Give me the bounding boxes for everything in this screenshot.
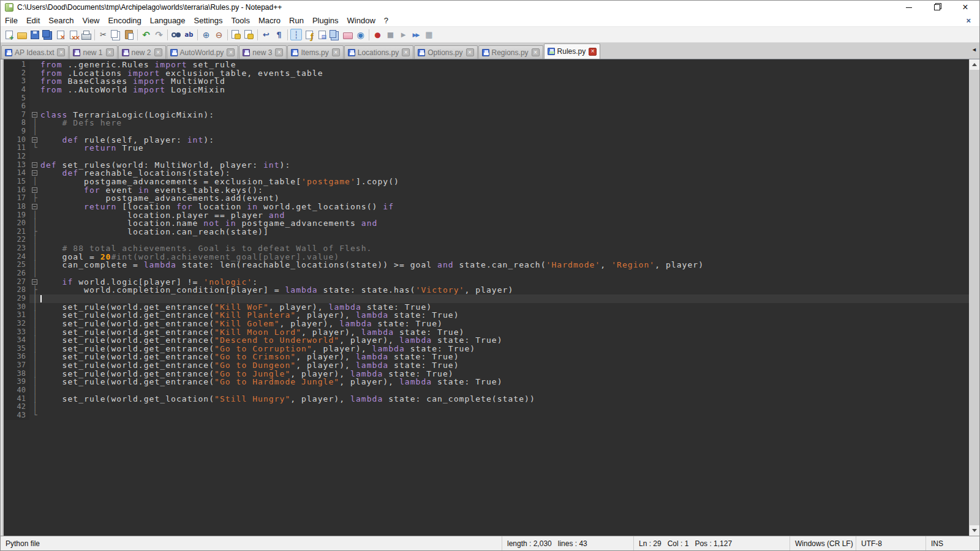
zoom-out-icon[interactable] [213,29,225,40]
tab-new-2[interactable]: new 2× [118,45,166,59]
menu-edit[interactable]: Edit [22,15,44,26]
fold-collapse-icon[interactable]: − [32,137,37,143]
zoom-in-icon[interactable] [200,29,212,40]
undo-icon[interactable] [140,29,152,40]
fold-collapse-icon[interactable]: − [32,279,37,285]
open-file-icon[interactable] [16,29,28,40]
scroll-down-icon[interactable] [970,525,980,536]
fold-guide-line: │ [29,336,40,345]
menu-macro[interactable]: Macro [254,15,285,26]
tab-close-icon[interactable]: × [57,48,65,56]
paste-icon[interactable] [123,29,135,40]
code-line: 23│ # 88 total achievements. Goal is to … [4,244,969,253]
macro-stop-icon[interactable] [385,29,396,40]
close-icon[interactable] [55,29,66,40]
status-insert-mode[interactable]: INS [925,536,979,550]
close-button[interactable] [951,1,979,14]
code-line: 15│ postgame_advancements = exclusion_ta… [4,178,969,186]
tab-options-py[interactable]: Options.py× [414,45,477,59]
fold-margin [29,94,40,103]
tab-close-icon[interactable]: × [589,48,597,56]
macro-record-icon[interactable] [372,29,383,40]
tab-new-1[interactable]: new 1× [69,45,117,59]
tab-close-icon[interactable]: × [402,48,410,56]
tab-autoworld-py[interactable]: AutoWorld.py× [167,45,239,59]
fold-collapse-icon[interactable]: − [32,170,37,176]
replace-icon[interactable] [183,29,195,40]
tab-close-icon[interactable]: × [227,48,235,56]
word-wrap-icon[interactable] [260,29,272,40]
code-line: 13−def set_rules(world: MultiWorld, play… [4,161,969,170]
tab-ap-ideas-txt[interactable]: AP Ideas.txt× [1,45,69,59]
macro-run-multiple-icon[interactable] [410,29,422,40]
menu-tools[interactable]: Tools [227,15,254,26]
redo-icon[interactable] [153,29,165,40]
tab-new-3[interactable]: new 3× [239,45,287,59]
menu-window[interactable]: Window [343,15,380,26]
fold-collapse-icon[interactable]: − [32,162,37,168]
menu-help[interactable]: ? [380,15,393,26]
fold-collapse-icon[interactable]: − [32,204,37,209]
find-icon[interactable] [170,29,182,40]
restore-button[interactable] [923,1,951,14]
save-icon[interactable] [29,29,40,40]
fold-guide-line: └ [29,144,40,152]
status-encoding[interactable]: UTF-8 [856,536,925,550]
vertical-scrollbar[interactable] [969,59,979,536]
save-state-icon [5,49,12,56]
macro-save-icon[interactable] [423,29,435,40]
code-editor[interactable]: 1from ..generic.Rules import set_rule2fr… [4,59,969,536]
save-all-icon[interactable] [42,29,53,40]
function-list-icon[interactable] [303,29,315,40]
close-all-icon[interactable] [67,29,79,40]
minimize-button[interactable] [895,1,923,14]
tab-close-icon[interactable]: × [466,48,474,56]
tab-items-py[interactable]: Items.py× [287,45,343,59]
show-all-characters-icon[interactable] [273,29,285,40]
sync-scroll-horizontal-icon[interactable] [243,29,255,40]
menu-settings[interactable]: Settings [190,15,227,26]
sync-scroll-vertical-icon[interactable] [230,29,242,40]
tab-regions-py[interactable]: Regions.py× [478,45,543,59]
macro-playback-icon[interactable] [398,29,409,40]
menu-encoding[interactable]: Encoding [104,15,146,26]
print-icon[interactable] [80,29,92,40]
menu-plugins[interactable]: Plugins [308,15,343,26]
scrollbar-thumb[interactable] [970,70,980,525]
menu-view[interactable]: View [78,15,104,26]
tab-scroll-left-icon[interactable]: ◄ [971,47,977,53]
tab-locations-py[interactable]: Locations.py× [344,45,413,59]
tab-close-icon[interactable]: × [532,48,540,56]
new-file-icon[interactable] [3,29,15,40]
tab-close-icon[interactable]: × [332,48,340,56]
line-number: 39 [4,378,29,386]
line-number: 32 [4,320,29,328]
line-number: 23 [4,244,29,253]
tab-close-icon[interactable]: × [275,48,283,56]
line-number: 8 [4,119,29,127]
line-number: 21 [4,228,29,236]
status-cursor-position: Ln : 29 Col : 1 Pos : 1,127 [633,536,790,550]
indent-guide-icon[interactable] [290,29,302,40]
menu-file[interactable]: File [1,15,22,26]
fold-collapse-icon[interactable]: − [32,112,37,118]
save-state-icon [348,49,355,56]
document-list-icon[interactable] [329,29,341,40]
folder-as-workspace-icon[interactable] [342,29,353,40]
menu-search[interactable]: Search [44,15,78,26]
menu-language[interactable]: Language [146,15,190,26]
monitoring-icon[interactable] [355,29,366,40]
scroll-up-icon[interactable] [970,59,980,70]
cut-icon[interactable] [97,29,109,40]
document-map-icon[interactable] [316,29,328,40]
tab-rules-py[interactable]: Rules.py× [544,43,601,59]
copy-icon[interactable] [110,29,122,40]
tab-close-icon[interactable]: × [154,48,162,56]
close-document-icon[interactable]: × [966,16,971,25]
fold-collapse-icon[interactable]: − [32,187,37,193]
code-line: 36│ set_rule(world.get_entrance("Go to C… [4,353,969,361]
tab-close-icon[interactable]: × [106,48,114,56]
code-text: # 88 total achievements. Goal is to defe… [40,244,969,253]
status-eol-format[interactable]: Windows (CR LF) [790,536,856,550]
menu-run[interactable]: Run [285,15,308,26]
